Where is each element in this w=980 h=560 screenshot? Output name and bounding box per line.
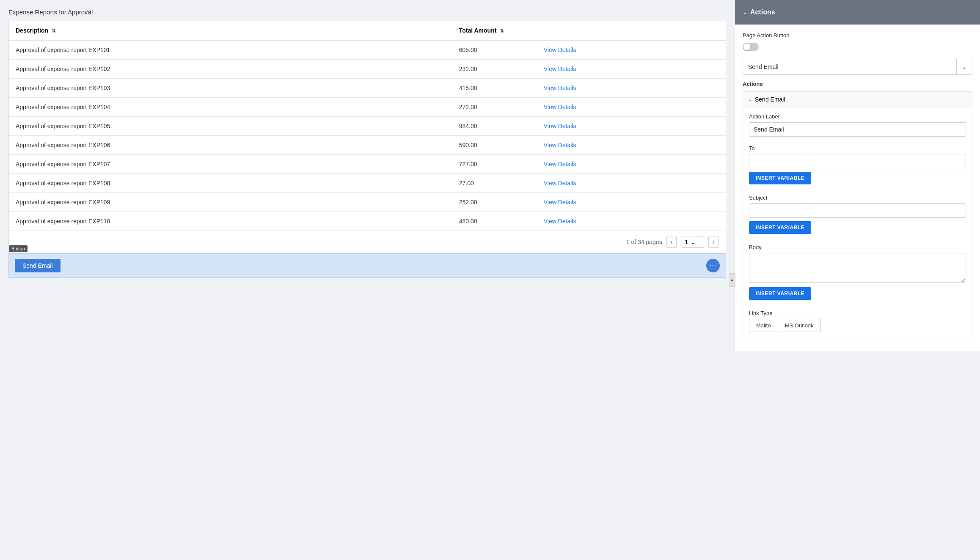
action-item-header-label: Send Email bbox=[755, 96, 785, 103]
description-cell: Approval of expense report EXP106 bbox=[9, 136, 452, 155]
total-amount-column-header[interactable]: Total Amount ⇅ bbox=[452, 21, 537, 40]
table-row: Approval of expense report EXP102 232.00… bbox=[9, 60, 726, 79]
action-label-field-label: Action Label bbox=[749, 113, 966, 120]
view-details-link[interactable]: View Details bbox=[544, 161, 576, 167]
view-details-link[interactable]: View Details bbox=[544, 199, 576, 206]
view-details-link[interactable]: View Details bbox=[544, 66, 576, 72]
send-email-button[interactable]: Send Email bbox=[15, 259, 61, 272]
description-cell: Approval of expense report EXP101 bbox=[9, 40, 452, 60]
table-row: Approval of expense report EXP104 272.00… bbox=[9, 98, 726, 117]
page-title: Expense Reports for Approval bbox=[8, 8, 726, 16]
total-amount-cell: 984.00 bbox=[452, 117, 537, 136]
body-textarea[interactable] bbox=[749, 253, 966, 283]
total-amount-sort-icon[interactable]: ⇅ bbox=[500, 28, 504, 34]
description-cell: Approval of expense report EXP105 bbox=[9, 117, 452, 136]
sidebar: ⌄ Actions Page Action Button Send Email … bbox=[735, 0, 980, 351]
view-details-cell: View Details bbox=[537, 117, 726, 136]
view-details-cell: View Details bbox=[537, 60, 726, 79]
ms-outlook-button[interactable]: MS Outlook bbox=[778, 319, 821, 332]
description-cell: Approval of expense report EXP108 bbox=[9, 174, 452, 193]
view-details-cell: View Details bbox=[537, 79, 726, 98]
page-action-toggle[interactable] bbox=[743, 43, 759, 51]
prev-page-button[interactable]: ‹ bbox=[666, 236, 677, 248]
view-details-cell: View Details bbox=[537, 155, 726, 174]
sidebar-wrapper: ⌄ Actions Page Action Button Send Email … bbox=[735, 0, 980, 560]
total-amount-cell: 480.00 bbox=[452, 212, 537, 231]
actions-section-label: Actions bbox=[743, 81, 972, 87]
subject-input[interactable] bbox=[749, 203, 966, 218]
view-details-link[interactable]: View Details bbox=[544, 123, 576, 129]
view-details-link[interactable]: View Details bbox=[544, 85, 576, 91]
description-cell: Approval of expense report EXP107 bbox=[9, 155, 452, 174]
table-row: Approval of expense report EXP108 27.00 … bbox=[9, 174, 726, 193]
view-details-link[interactable]: View Details bbox=[544, 180, 576, 187]
dropdown-selected-value: Send Email bbox=[743, 59, 956, 74]
total-amount-cell: 27.00 bbox=[452, 174, 537, 193]
table-row: Approval of expense report EXP110 480.00… bbox=[9, 212, 726, 231]
sidebar-collapse-handle[interactable]: ▸ bbox=[729, 273, 735, 287]
total-amount-cell: 727.00 bbox=[452, 155, 537, 174]
insert-variable-subject-button[interactable]: INSERT VARIABLE bbox=[749, 221, 811, 234]
total-amount-cell: 415.00 bbox=[452, 79, 537, 98]
insert-variable-to-button[interactable]: INSERT VARIABLE bbox=[749, 172, 811, 184]
table-row: Approval of expense report EXP105 984.00… bbox=[9, 117, 726, 136]
view-details-link[interactable]: View Details bbox=[544, 218, 576, 225]
view-details-link[interactable]: View Details bbox=[544, 104, 576, 110]
send-email-action-header[interactable]: ⌄ Send Email bbox=[743, 92, 972, 107]
send-email-action-item: ⌄ Send Email Action Label To INSERT VARI… bbox=[743, 91, 972, 338]
total-amount-cell: 605.00 bbox=[452, 40, 537, 60]
description-cell: Approval of expense report EXP110 bbox=[9, 212, 452, 231]
action-item-body: Action Label To INSERT VARIABLE Subject … bbox=[743, 107, 972, 338]
sidebar-header-label: Actions bbox=[750, 8, 775, 16]
table-row: Approval of expense report EXP103 415.00… bbox=[9, 79, 726, 98]
sidebar-collapse-chevron[interactable]: ⌄ bbox=[743, 9, 747, 15]
expense-table-container: Description ⇅ Total Amount ⇅ Approval of… bbox=[8, 21, 726, 253]
description-cell: Approval of expense report EXP104 bbox=[9, 98, 452, 117]
expense-table: Description ⇅ Total Amount ⇅ Approval of… bbox=[9, 21, 726, 231]
mailto-button[interactable]: Mailto bbox=[749, 319, 778, 332]
total-amount-cell: 272.00 bbox=[452, 98, 537, 117]
table-row: Approval of expense report EXP106 590.00… bbox=[9, 136, 726, 155]
view-details-cell: View Details bbox=[537, 174, 726, 193]
action-dropdown[interactable]: Send Email ⌄ bbox=[743, 59, 972, 75]
description-sort-icon[interactable]: ⇅ bbox=[52, 28, 55, 34]
view-details-link[interactable]: View Details bbox=[544, 47, 576, 53]
toggle-knob bbox=[743, 44, 750, 50]
insert-variable-body-button[interactable]: INSERT VARIABLE bbox=[749, 287, 811, 300]
view-details-cell: View Details bbox=[537, 193, 726, 212]
table-row: Approval of expense report EXP101 605.00… bbox=[9, 40, 726, 60]
link-type-row: Mailto MS Outlook bbox=[749, 319, 966, 332]
to-field-label: To bbox=[749, 145, 966, 151]
more-options-button[interactable]: ··· bbox=[706, 259, 720, 272]
view-details-link[interactable]: View Details bbox=[544, 142, 576, 148]
total-amount-cell: 232.00 bbox=[452, 60, 537, 79]
action-chevron-icon: ⌄ bbox=[748, 96, 752, 102]
action-column-header bbox=[537, 21, 726, 40]
next-page-button[interactable]: › bbox=[708, 236, 719, 248]
toggle-row bbox=[743, 43, 972, 51]
link-type-label: Link Type bbox=[749, 310, 966, 316]
subject-field-label: Subject bbox=[749, 195, 966, 201]
page-select-chevron: ⌄ bbox=[691, 239, 696, 245]
view-details-cell: View Details bbox=[537, 136, 726, 155]
description-cell: Approval of expense report EXP103 bbox=[9, 79, 452, 98]
page-select[interactable]: 1 ⌄ bbox=[681, 236, 704, 248]
button-bar: Button Send Email ··· bbox=[8, 253, 726, 278]
description-cell: Approval of expense report EXP109 bbox=[9, 193, 452, 212]
sidebar-header: ⌄ Actions bbox=[735, 0, 980, 25]
description-cell: Approval of expense report EXP102 bbox=[9, 60, 452, 79]
page-action-button-label: Page Action Button bbox=[743, 32, 972, 38]
sidebar-body: Page Action Button Send Email ⌄ Actions … bbox=[735, 25, 980, 351]
table-row: Approval of expense report EXP109 252.00… bbox=[9, 193, 726, 212]
view-details-cell: View Details bbox=[537, 98, 726, 117]
to-input[interactable] bbox=[749, 154, 966, 168]
table-row: Approval of expense report EXP107 727.00… bbox=[9, 155, 726, 174]
view-details-cell: View Details bbox=[537, 212, 726, 231]
action-label-input[interactable] bbox=[749, 122, 966, 137]
description-column-header[interactable]: Description ⇅ bbox=[9, 21, 452, 40]
body-field-label: Body bbox=[749, 244, 966, 250]
pagination-bar: 1 of 34 pages ‹ 1 ⌄ › bbox=[9, 231, 726, 253]
dropdown-arrow-icon[interactable]: ⌄ bbox=[956, 59, 972, 74]
total-amount-cell: 590.00 bbox=[452, 136, 537, 155]
pagination-text: 1 of 34 pages bbox=[626, 239, 662, 245]
